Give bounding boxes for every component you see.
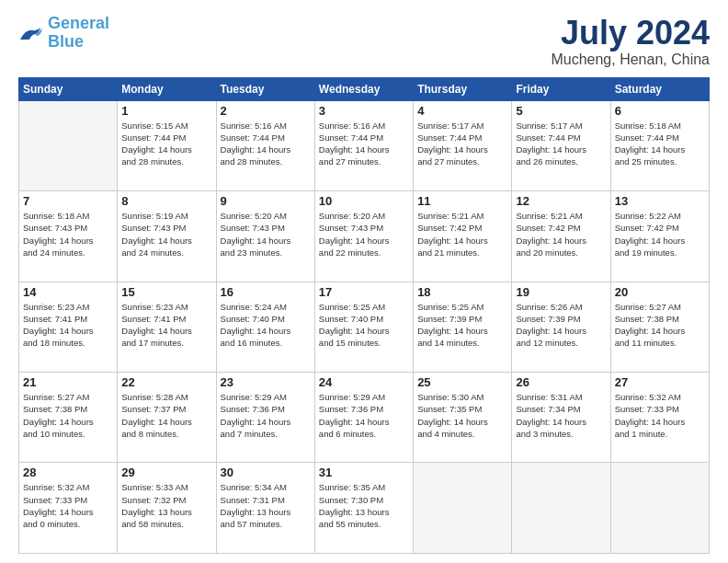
calendar-week-row: 28Sunrise: 5:32 AMSunset: 7:33 PMDayligh…	[19, 463, 710, 554]
day-info: Sunrise: 5:27 AMSunset: 7:38 PMDaylight:…	[23, 391, 113, 440]
table-row: 23Sunrise: 5:29 AMSunset: 7:36 PMDayligh…	[216, 373, 314, 463]
col-monday: Monday	[118, 77, 216, 100]
table-row: 5Sunrise: 5:17 AMSunset: 7:44 PMDaylight…	[512, 100, 610, 190]
day-number: 24	[319, 375, 409, 389]
table-row: 19Sunrise: 5:26 AMSunset: 7:39 PMDayligh…	[512, 282, 610, 372]
table-row: 25Sunrise: 5:30 AMSunset: 7:35 PMDayligh…	[414, 373, 512, 463]
col-sunday: Sunday	[19, 77, 118, 100]
table-row: 30Sunrise: 5:34 AMSunset: 7:31 PMDayligh…	[216, 463, 314, 554]
day-number: 20	[615, 285, 705, 299]
table-row: 16Sunrise: 5:24 AMSunset: 7:40 PMDayligh…	[216, 282, 314, 372]
calendar-header-row: Sunday Monday Tuesday Wednesday Thursday…	[19, 77, 710, 100]
day-number: 23	[221, 375, 311, 389]
table-row: 10Sunrise: 5:20 AMSunset: 7:43 PMDayligh…	[314, 191, 413, 282]
table-row: 1Sunrise: 5:15 AMSunset: 7:44 PMDaylight…	[118, 100, 216, 190]
day-info: Sunrise: 5:18 AMSunset: 7:43 PMDaylight:…	[23, 210, 113, 259]
col-saturday: Saturday	[610, 77, 709, 100]
table-row: 11Sunrise: 5:21 AMSunset: 7:42 PMDayligh…	[414, 191, 512, 282]
day-number: 19	[516, 285, 606, 299]
main-title: July 2024	[551, 15, 710, 52]
day-info: Sunrise: 5:15 AMSunset: 7:44 PMDaylight:…	[121, 120, 211, 168]
col-tuesday: Tuesday	[216, 77, 314, 100]
day-number: 31	[319, 465, 409, 479]
table-row: 4Sunrise: 5:17 AMSunset: 7:44 PMDaylight…	[414, 100, 512, 190]
table-row: 6Sunrise: 5:18 AMSunset: 7:44 PMDaylight…	[610, 100, 709, 190]
day-number: 21	[23, 375, 113, 389]
day-number: 13	[615, 194, 705, 208]
day-number: 29	[121, 465, 211, 479]
day-info: Sunrise: 5:27 AMSunset: 7:38 PMDaylight:…	[615, 301, 705, 350]
day-info: Sunrise: 5:25 AMSunset: 7:39 PMDaylight:…	[417, 301, 507, 350]
day-info: Sunrise: 5:19 AMSunset: 7:43 PMDaylight:…	[121, 210, 211, 259]
table-row: 20Sunrise: 5:27 AMSunset: 7:38 PMDayligh…	[610, 282, 709, 372]
day-info: Sunrise: 5:35 AMSunset: 7:30 PMDaylight:…	[319, 481, 409, 530]
table-row: 13Sunrise: 5:22 AMSunset: 7:42 PMDayligh…	[610, 191, 709, 282]
day-info: Sunrise: 5:17 AMSunset: 7:44 PMDaylight:…	[516, 120, 606, 168]
table-row: 7Sunrise: 5:18 AMSunset: 7:43 PMDaylight…	[19, 191, 118, 282]
day-info: Sunrise: 5:31 AMSunset: 7:34 PMDaylight:…	[516, 391, 606, 440]
table-row	[610, 463, 709, 554]
title-block: July 2024 Mucheng, Henan, China	[551, 15, 710, 68]
col-friday: Friday	[512, 77, 610, 100]
day-info: Sunrise: 5:21 AMSunset: 7:42 PMDaylight:…	[417, 210, 507, 259]
day-info: Sunrise: 5:21 AMSunset: 7:42 PMDaylight:…	[516, 210, 606, 259]
day-info: Sunrise: 5:32 AMSunset: 7:33 PMDaylight:…	[23, 481, 113, 530]
day-info: Sunrise: 5:17 AMSunset: 7:44 PMDaylight:…	[417, 120, 507, 168]
logo: General Blue	[18, 15, 109, 52]
day-info: Sunrise: 5:16 AMSunset: 7:44 PMDaylight:…	[221, 120, 311, 168]
col-wednesday: Wednesday	[314, 77, 413, 100]
table-row: 9Sunrise: 5:20 AMSunset: 7:43 PMDaylight…	[216, 191, 314, 282]
table-row: 17Sunrise: 5:25 AMSunset: 7:40 PMDayligh…	[314, 282, 413, 372]
day-number: 22	[121, 375, 211, 389]
calendar-week-row: 1Sunrise: 5:15 AMSunset: 7:44 PMDaylight…	[19, 100, 710, 190]
day-number: 16	[221, 285, 311, 299]
day-info: Sunrise: 5:29 AMSunset: 7:36 PMDaylight:…	[319, 391, 409, 440]
day-info: Sunrise: 5:18 AMSunset: 7:44 PMDaylight:…	[615, 120, 705, 168]
table-row: 3Sunrise: 5:16 AMSunset: 7:44 PMDaylight…	[314, 100, 413, 190]
subtitle: Mucheng, Henan, China	[551, 52, 710, 68]
day-info: Sunrise: 5:23 AMSunset: 7:41 PMDaylight:…	[23, 301, 113, 350]
day-number: 17	[319, 285, 409, 299]
page: General Blue July 2024 Mucheng, Henan, C…	[0, 0, 728, 563]
calendar-week-row: 7Sunrise: 5:18 AMSunset: 7:43 PMDaylight…	[19, 191, 710, 282]
day-number: 6	[615, 104, 705, 118]
day-number: 4	[417, 104, 507, 118]
day-number: 15	[121, 285, 211, 299]
table-row: 29Sunrise: 5:33 AMSunset: 7:32 PMDayligh…	[118, 463, 216, 554]
table-row: 14Sunrise: 5:23 AMSunset: 7:41 PMDayligh…	[19, 282, 118, 372]
day-info: Sunrise: 5:30 AMSunset: 7:35 PMDaylight:…	[417, 391, 507, 440]
day-number: 5	[516, 104, 606, 118]
day-info: Sunrise: 5:20 AMSunset: 7:43 PMDaylight:…	[221, 210, 311, 259]
table-row	[512, 463, 610, 554]
table-row	[414, 463, 512, 554]
day-info: Sunrise: 5:26 AMSunset: 7:39 PMDaylight:…	[516, 301, 606, 350]
day-info: Sunrise: 5:25 AMSunset: 7:40 PMDaylight:…	[319, 301, 409, 350]
day-number: 14	[23, 285, 113, 299]
table-row: 15Sunrise: 5:23 AMSunset: 7:41 PMDayligh…	[118, 282, 216, 372]
table-row: 28Sunrise: 5:32 AMSunset: 7:33 PMDayligh…	[19, 463, 118, 554]
day-number: 30	[221, 465, 311, 479]
day-number: 11	[417, 194, 507, 208]
table-row: 22Sunrise: 5:28 AMSunset: 7:37 PMDayligh…	[118, 373, 216, 463]
day-info: Sunrise: 5:20 AMSunset: 7:43 PMDaylight:…	[319, 210, 409, 259]
day-number: 26	[516, 375, 606, 389]
calendar-week-row: 21Sunrise: 5:27 AMSunset: 7:38 PMDayligh…	[19, 373, 710, 463]
col-thursday: Thursday	[414, 77, 512, 100]
day-number: 27	[615, 375, 705, 389]
table-row: 24Sunrise: 5:29 AMSunset: 7:36 PMDayligh…	[314, 373, 413, 463]
day-number: 18	[417, 285, 507, 299]
day-number: 28	[23, 465, 113, 479]
day-info: Sunrise: 5:16 AMSunset: 7:44 PMDaylight:…	[319, 120, 409, 168]
table-row: 2Sunrise: 5:16 AMSunset: 7:44 PMDaylight…	[216, 100, 314, 190]
calendar-week-row: 14Sunrise: 5:23 AMSunset: 7:41 PMDayligh…	[19, 282, 710, 372]
day-number: 8	[121, 194, 211, 208]
table-row	[19, 100, 118, 190]
day-info: Sunrise: 5:28 AMSunset: 7:37 PMDaylight:…	[121, 391, 211, 440]
table-row: 26Sunrise: 5:31 AMSunset: 7:34 PMDayligh…	[512, 373, 610, 463]
table-row: 27Sunrise: 5:32 AMSunset: 7:33 PMDayligh…	[610, 373, 709, 463]
day-number: 25	[417, 375, 507, 389]
header: General Blue July 2024 Mucheng, Henan, C…	[18, 15, 710, 68]
day-number: 1	[121, 104, 211, 118]
day-info: Sunrise: 5:22 AMSunset: 7:42 PMDaylight:…	[615, 210, 705, 259]
table-row: 8Sunrise: 5:19 AMSunset: 7:43 PMDaylight…	[118, 191, 216, 282]
